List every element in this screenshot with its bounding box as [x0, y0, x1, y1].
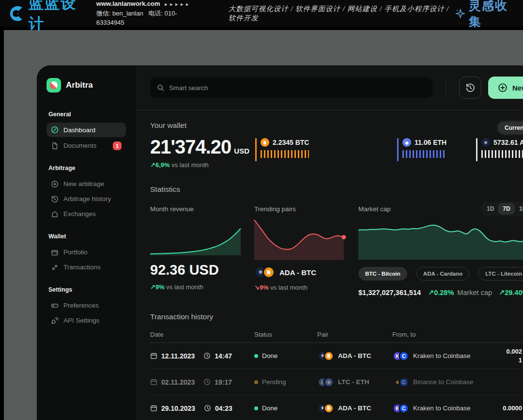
sidebar-item-preferences[interactable]: Preferences [46, 298, 126, 313]
col-date: Date [150, 331, 254, 338]
calendar-icon [150, 378, 157, 386]
section-label-settings: Settings [48, 286, 124, 293]
company-name: 蓝蓝设计 [29, 0, 85, 34]
sidebar-item-transactions[interactable]: Transactions [46, 260, 126, 275]
eth-coin-icon: ◆ [323, 377, 334, 388]
trending-pairs-card: Trending pairs ✳฿ ADA - BTC ↘9% vs last … [254, 205, 344, 296]
plus-circle-icon [498, 83, 508, 93]
tx-route: Binance to Coinbase [413, 378, 474, 386]
pill-ltc[interactable]: LTC - Litecoin [478, 267, 523, 280]
main-area: New arbitrage Your wallet Currencies Exc… [136, 65, 523, 420]
transaction-row[interactable]: 12.11.2023 14:47 Done ✳฿ADA - BTC KCKrak… [150, 343, 522, 369]
search-bar[interactable] [150, 78, 432, 98]
transaction-row[interactable]: 29.10.2023 04:23 Done ✳฿ADA - BTC KCKrak… [150, 395, 522, 420]
tx-amount2: 1 [519, 356, 522, 365]
sidebar-item-label: Preferences [63, 302, 99, 309]
transfer-arrows-icon [51, 264, 59, 271]
status-dot [254, 354, 258, 358]
dashboard-content: Your wallet Currencies Exchanges 21'374.… [136, 110, 523, 420]
website-link[interactable]: www.lanlanwork.com [96, 0, 160, 7]
wechat-label: 微信: ben_lanlan [96, 10, 143, 17]
arbitra-logo-icon [46, 78, 61, 93]
sidebar-item-new-arbitrage[interactable]: New arbitrage [46, 176, 126, 191]
transactions-section: Transaction history Date Status Pair Fro… [150, 312, 523, 420]
search-icon [157, 84, 164, 92]
btc-coin-icon: ฿ [323, 403, 334, 414]
market-cap-chart [358, 218, 523, 260]
up-arrow-icon: ↗ [150, 283, 155, 291]
document-icon [51, 142, 59, 150]
tx-date: 12.11.2023 [161, 352, 195, 360]
range-7d[interactable]: 7D [498, 203, 514, 215]
market-cap-stats: $1,327,027,361,514 ↗0.28% Market cap ↗29… [358, 289, 523, 296]
company-logo[interactable]: 蓝蓝设计 [0, 0, 86, 34]
pill-btc[interactable]: BTC - Bitcoin [358, 267, 407, 280]
up-arrow-icon: ↗ [150, 161, 155, 169]
tx-time: 19:17 [215, 378, 232, 386]
sidebar-item-portfolio[interactable]: Portfolio [46, 245, 126, 260]
history-button[interactable] [459, 77, 481, 99]
wallet-section: Your wallet Currencies Exchanges 21'374.… [150, 121, 523, 169]
up-arrow-icon: ↗ [499, 289, 505, 296]
statistics-section: Statistics Month revenue 92.36 USD ↗9% v… [150, 185, 523, 296]
trending-change-suffix: vs last month [270, 284, 308, 291]
sidebar-item-arbitrage-history[interactable]: Arbitrage history [46, 191, 126, 206]
btc-coin-icon: ฿ [262, 266, 275, 279]
calendar-icon [150, 404, 157, 412]
inspiration-collect-link[interactable]: 灵感收集 [455, 0, 523, 30]
trending-pair: ✳฿ ADA - BTC [254, 266, 344, 279]
arrows-decoration: ►►►►► [164, 2, 191, 7]
trending-change: 9% [260, 284, 269, 291]
sidebar-item-label: Arbitrage history [63, 195, 111, 202]
tx-time: 14:47 [215, 352, 232, 360]
coinbase-icon: C [399, 377, 409, 388]
eth-amount: 11.06 ETH [415, 139, 446, 146]
month-revenue-card: Month revenue 92.36 USD ↗9% vs last mont… [150, 205, 241, 296]
range-toggle: 1D 7D 1M [481, 202, 523, 216]
wallet-view-toggle: Currencies Exchanges [496, 120, 523, 136]
new-arbitrage-label: New arbitrage [512, 84, 523, 92]
trending-pair-label: ADA - BTC [279, 268, 316, 277]
range-1d[interactable]: 1D [482, 203, 498, 215]
topbar: New arbitrage [136, 65, 523, 110]
wallet-icon [51, 249, 59, 256]
search-input[interactable] [169, 84, 426, 92]
sidebar-item-label: Dashboard [63, 126, 95, 134]
month-revenue-value: 92.36 USD [150, 262, 241, 278]
sparkle-star-icon [455, 7, 466, 20]
holding-ada: ✳5732.61 ADA [476, 138, 523, 161]
new-arbitrage-button[interactable]: New arbitrage [488, 77, 523, 99]
topbar-divider [446, 78, 446, 97]
coinbase-icon: C [399, 403, 409, 414]
cap-change-label: Market cap [457, 289, 492, 296]
wallet-title: Your wallet [150, 121, 523, 130]
sidebar-item-label: Documents [63, 142, 96, 149]
toggle-currencies[interactable]: Currencies [498, 122, 523, 134]
sidebar-item-exchanges[interactable]: Exchanges [46, 206, 126, 221]
sidebar-item-api-settings[interactable]: API Settings [46, 313, 126, 328]
toggle-icon [51, 302, 59, 310]
tx-amount: 0.002 [506, 347, 522, 356]
coin-pills: BTC - Bitcoin ADA - Cardano LTC - Liteco… [358, 267, 523, 280]
promo-banner: 蓝蓝设计 www.lanlanwork.com►►►►► 微信: ben_lan… [0, 0, 523, 27]
btc-amount: 2.2345 BTC [273, 139, 309, 146]
sidebar-item-documents[interactable]: Documents 1 [46, 138, 126, 153]
calendar-icon [150, 352, 157, 359]
tx-pair: LTC - ETH [338, 378, 369, 386]
tx-pair: ADA - BTC [338, 352, 371, 359]
exchange-house-icon [51, 210, 59, 218]
tx-date: 29.10.2023 [161, 404, 195, 412]
btc-bars [261, 150, 309, 158]
month-revenue-change-suffix: vs last month [166, 283, 203, 291]
month-revenue-change: 9% [155, 283, 165, 291]
sidebar-item-dashboard[interactable]: Dashboard [46, 123, 126, 137]
section-label-wallet: Wallet [48, 233, 124, 240]
contact-block: www.lanlanwork.com►►►►► 微信: ben_lanlan 电… [96, 0, 194, 28]
market-cap-card: Market cap 1D 7D 1M BTC - Bitcoin ADA - … [358, 205, 523, 296]
wallet-balance: 21'374.20USD ↗6,9% vs last month [150, 136, 255, 169]
gauge-icon [51, 126, 59, 134]
plug-icon [51, 317, 59, 325]
range-1m[interactable]: 1M [515, 203, 523, 215]
pill-ada[interactable]: ADA - Cardano [416, 267, 469, 280]
transaction-row[interactable]: 02.11.2023 19:17 Pending Ł◆LTC - ETH ◆CB… [150, 369, 522, 395]
